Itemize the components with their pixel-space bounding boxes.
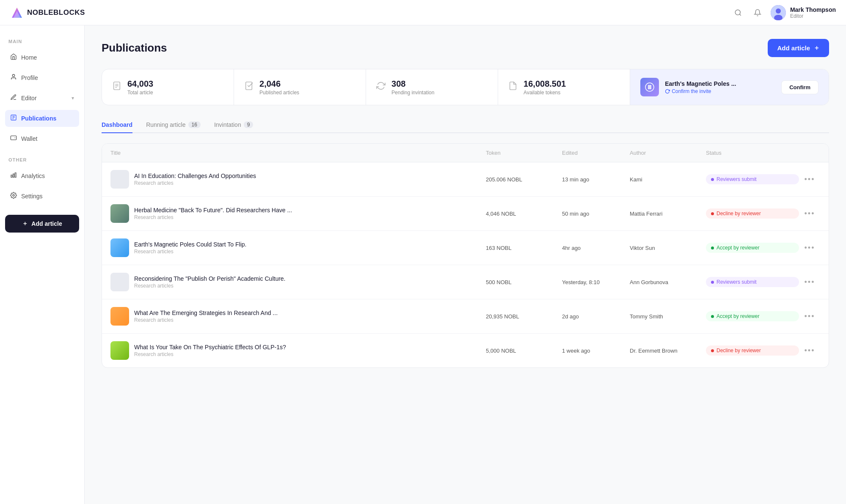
more-options-button[interactable]: ••• [799,312,820,321]
editor-icon [10,94,17,102]
article-cell: AI In Education: Challenges And Opportun… [110,170,486,189]
article-title: What Is Your Take On The Psychiatric Eff… [134,344,286,351]
more-options-button[interactable]: ••• [799,278,820,287]
sidebar-item-label-home: Home [21,54,37,61]
stat-value-total: 64,003 [127,79,153,89]
status-label: Reviewers submit [716,279,757,285]
page-title: Publications [102,41,167,55]
stat-card-confirm: Earth's Magnetic Poles ... Confirm the i… [630,69,829,105]
status-dot [711,178,714,181]
tab-dashboard-label: Dashboard [102,121,132,128]
edited-value: 1 week ago [562,348,630,354]
confirm-subtitle: Confirm the invite [665,88,775,94]
sidebar-item-wallet[interactable]: Wallet [5,130,79,147]
article-info: AI In Education: Challenges And Opportun… [134,173,256,186]
status-badge: Reviewers submit [706,277,799,287]
total-article-icon [112,81,121,93]
app: NOBLEBLOCKS Mark Thompson Edi [0,0,846,504]
status-dot [711,281,714,284]
more-options-button[interactable]: ••• [799,175,820,184]
stat-card-pending: 308 Pending invintation [366,69,498,105]
edited-value: 2d ago [562,313,630,320]
sidebar-item-analytics[interactable]: Analytics [5,167,79,184]
sidebar-item-publications[interactable]: Publications [5,110,79,127]
table-row: Herbal Medicine "Back To Future". Did Re… [102,197,829,231]
article-cell: Earth's Magnetic Poles Could Start To Fl… [110,238,486,257]
sidebar-item-label-settings: Settings [21,193,43,200]
stat-value-pending: 308 [391,79,434,89]
tab-invitation[interactable]: Invintation 9 [214,117,254,133]
app-name: NOBLEBLOCKS [27,8,85,17]
tab-dashboard[interactable]: Dashboard [102,117,132,133]
search-button[interactable] [732,6,744,19]
stat-label-published: Published articles [259,90,299,96]
svg-point-1 [735,10,740,15]
article-category: Research articles [134,317,278,323]
status-label: Reviewers submit [716,176,757,182]
status-badge: Accept by reviewer [706,311,799,321]
sidebar-item-editor[interactable]: Editor ▾ [5,90,79,107]
th-edited: Edited [562,150,630,156]
wallet-icon [10,134,17,143]
tab-running-badge: 16 [188,121,201,128]
table-header: Title Token Edited Author Status [102,144,829,162]
sidebar-item-profile[interactable]: Profile [5,69,79,86]
more-options-button[interactable]: ••• [799,244,820,252]
pending-icon [376,81,386,93]
sidebar-add-article-button[interactable]: ＋ Add article [5,215,79,233]
confirm-spinner-icon [665,89,670,94]
notifications-button[interactable] [751,6,764,19]
article-info: Reconsidering The "Publish Or Perish" Ac… [134,275,286,289]
bell-icon [754,9,761,16]
token-value: 205.006 NOBL [486,176,562,183]
th-author: Author [630,150,706,156]
table-row: AI In Education: Challenges And Opportun… [102,162,829,197]
svg-rect-20 [246,82,252,90]
stat-value-published: 2,046 [259,79,299,89]
author-value: Mattia Ferrari [630,211,706,217]
sidebar-item-label-editor: Editor [21,95,37,101]
article-info: What Is Your Take On The Psychiatric Eff… [134,344,286,357]
search-icon [734,9,742,16]
status-label: Decline by reviewer [716,211,761,216]
status-badge: Reviewers submit [706,174,799,184]
published-icon [244,81,254,93]
token-value: 5,000 NOBL [486,348,562,354]
th-status: Status [706,150,799,156]
stat-card-published: 2,046 Published articles [234,69,366,105]
add-article-header-button[interactable]: Add article ＋ [768,39,829,57]
page-header: Publications Add article ＋ [102,39,829,57]
status-label: Accept by reviewer [716,313,759,319]
stat-value-tokens: 16,008.501 [524,79,566,89]
topbar-left: NOBLEBLOCKS [10,6,85,19]
plus-icon: ＋ [22,220,28,227]
status-dot [711,212,714,215]
svg-point-15 [13,194,14,196]
logo-icon [10,6,24,19]
svg-rect-12 [11,175,12,177]
status-badge: Decline by reviewer [706,208,799,219]
table-row: Reconsidering The "Publish Or Perish" Ac… [102,265,829,299]
article-thumbnail [110,204,129,223]
article-thumbnail [110,238,129,257]
article-cell: What Are The Emerging Strategies In Rese… [110,307,486,326]
more-options-button[interactable]: ••• [799,209,820,218]
stat-info-published: 2,046 Published articles [259,79,299,96]
article-category: Research articles [134,283,286,289]
tab-running[interactable]: Running article 16 [146,117,201,133]
svg-point-6 [12,74,14,77]
sidebar-item-label-analytics: Analytics [21,173,45,179]
article-title: Reconsidering The "Publish Or Perish" Ac… [134,275,286,282]
sidebar-item-home[interactable]: Home [5,49,79,66]
confirm-button[interactable]: Confirm [781,80,818,94]
stat-label-pending: Pending invintation [391,90,434,96]
status-dot [711,315,714,318]
token-value: 500 NOBL [486,279,562,285]
home-icon [10,53,17,62]
sidebar-item-settings[interactable]: Settings [5,188,79,205]
article-info: Earth's Magnetic Poles Could Start To Fl… [134,241,246,255]
stat-info-pending: 308 Pending invintation [391,79,434,96]
more-options-button[interactable]: ••• [799,346,820,355]
article-title: What Are The Emerging Strategies In Rese… [134,310,278,316]
publications-icon [10,114,17,123]
